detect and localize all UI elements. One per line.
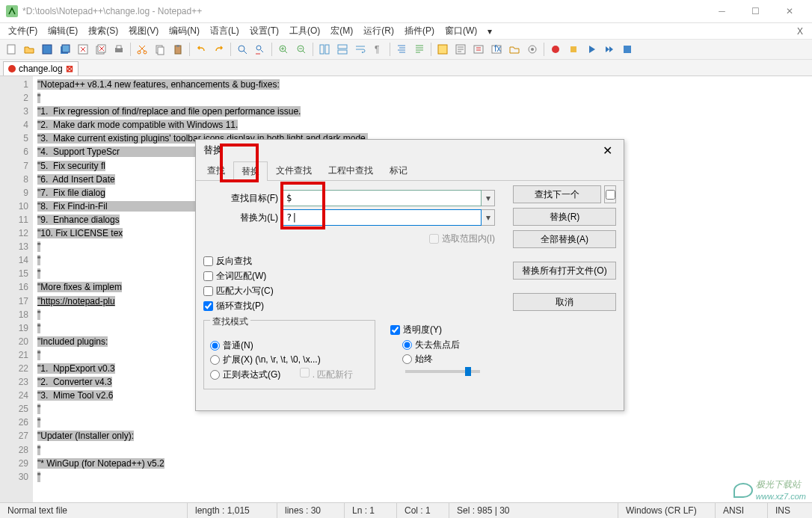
- cancel-button[interactable]: 取消: [513, 293, 616, 311]
- status-length: length : 1,015: [187, 503, 277, 518]
- menu-tools[interactable]: 工具(O): [285, 23, 325, 39]
- dtab-find[interactable]: 查找: [199, 161, 233, 180]
- mode-ext-radio[interactable]: [210, 355, 220, 365]
- menu-edit[interactable]: 编辑(E): [43, 23, 82, 39]
- sync-v-icon[interactable]: [316, 41, 333, 58]
- replace-input[interactable]: [283, 209, 482, 226]
- menu-encoding[interactable]: 编码(N): [164, 23, 204, 39]
- copy-icon[interactable]: [152, 41, 168, 58]
- watermark: 极光下载站 www.xz7.com: [733, 478, 806, 502]
- zoom-out-icon[interactable]: [293, 41, 310, 58]
- always-radio[interactable]: [402, 354, 412, 364]
- status-lines: lines : 30: [277, 503, 344, 518]
- dtab-mark[interactable]: 标记: [381, 161, 416, 180]
- wholeword-check[interactable]: [203, 271, 213, 281]
- modified-dot-icon: [8, 65, 16, 73]
- show-all-icon[interactable]: ¶: [370, 41, 387, 58]
- record-icon[interactable]: [547, 41, 564, 58]
- print-icon[interactable]: [111, 41, 127, 58]
- menu-bar: 文件(F) 编辑(E) 搜索(S) 视图(V) 编码(N) 语言(L) 设置(T…: [0, 22, 812, 39]
- dialog-title: 替换: [203, 144, 598, 157]
- replace-button[interactable]: 替换(R): [513, 208, 616, 226]
- zoom-in-icon[interactable]: [275, 41, 292, 58]
- func-list-icon[interactable]: fx: [488, 41, 505, 58]
- folder-ws-icon[interactable]: [506, 41, 523, 58]
- transparency-check[interactable]: [390, 325, 400, 335]
- maximize-button[interactable]: ☐: [739, 0, 772, 22]
- paste-icon[interactable]: [170, 41, 186, 58]
- svg-point-32: [552, 46, 559, 53]
- save-macro-icon[interactable]: [619, 41, 636, 58]
- close-button[interactable]: ✕: [772, 0, 806, 22]
- save-all-icon[interactable]: [57, 41, 73, 58]
- new-file-icon[interactable]: [3, 41, 19, 58]
- watermark-logo-icon: [733, 483, 753, 498]
- find-dropdown-icon[interactable]: ▾: [482, 190, 495, 206]
- menu-file[interactable]: 文件(F): [4, 23, 42, 39]
- menu-run[interactable]: 运行(R): [359, 23, 399, 39]
- dtab-findinproj[interactable]: 工程中查找: [320, 161, 381, 180]
- menu-overflow-icon[interactable]: ▾: [483, 25, 496, 38]
- dtab-replace[interactable]: 替换: [233, 161, 268, 181]
- eol-icon[interactable]: [411, 41, 428, 58]
- find-direction-check[interactable]: [604, 185, 616, 203]
- mode-regex-radio[interactable]: [210, 370, 220, 380]
- document-tab[interactable]: change.log ⊠: [3, 61, 79, 75]
- find-input[interactable]: [283, 190, 482, 206]
- transparency-slider[interactable]: [405, 370, 480, 373]
- wrap-check[interactable]: [203, 301, 213, 311]
- menu-window[interactable]: 窗口(W): [440, 23, 482, 39]
- status-ins: INS: [767, 503, 812, 518]
- dtab-findinfiles[interactable]: 文件查找: [268, 161, 320, 180]
- status-eol: Windows (CR LF): [618, 503, 715, 518]
- cut-icon[interactable]: [134, 41, 150, 58]
- find-next-button[interactable]: 查找下一个: [513, 185, 601, 203]
- svg-rect-22: [338, 45, 347, 49]
- undo-icon[interactable]: [193, 41, 209, 58]
- menu-view[interactable]: 视图(V): [124, 23, 163, 39]
- close-all-icon[interactable]: [93, 41, 109, 58]
- menu-search[interactable]: 搜索(S): [84, 23, 123, 39]
- monitor-icon[interactable]: [524, 41, 541, 58]
- backward-check[interactable]: [203, 256, 213, 266]
- onlose-radio[interactable]: [402, 340, 412, 350]
- menu-settings[interactable]: 设置(T): [245, 23, 283, 39]
- redo-icon[interactable]: [211, 41, 227, 58]
- play-icon[interactable]: [583, 41, 600, 58]
- matchnl-check: [300, 368, 310, 377]
- dialog-titlebar[interactable]: 替换 ✕: [196, 140, 624, 161]
- search-mode-group: 查找模式 普通(N) 扩展(X) (\n, \r, \t, \0, \x...)…: [203, 320, 375, 389]
- minimize-button[interactable]: ─: [705, 0, 739, 22]
- replace-dropdown-icon[interactable]: ▾: [482, 209, 495, 226]
- open-file-icon[interactable]: [21, 41, 37, 58]
- mode-normal-radio[interactable]: [210, 341, 220, 351]
- tab-close-icon[interactable]: ⊠: [66, 64, 73, 74]
- matchcase-check[interactable]: [203, 286, 213, 296]
- save-icon[interactable]: [39, 41, 55, 58]
- menu-plugins[interactable]: 插件(P): [400, 23, 439, 39]
- replace-icon[interactable]: [252, 41, 268, 58]
- replace-open-button[interactable]: 替换所有打开文件(O): [513, 262, 616, 280]
- svg-point-16: [239, 46, 244, 52]
- doc-map-icon[interactable]: [452, 41, 469, 58]
- sync-h-icon[interactable]: [334, 41, 351, 58]
- status-sel: Sel : 985 | 30: [449, 503, 618, 518]
- close-file-icon[interactable]: [75, 41, 91, 58]
- dialog-close-icon[interactable]: ✕: [598, 144, 616, 158]
- play-multi-icon[interactable]: [601, 41, 618, 58]
- watermark-url: www.xz7.com: [756, 492, 806, 501]
- svg-rect-21: [325, 45, 329, 54]
- stop-icon[interactable]: [565, 41, 582, 58]
- indent-guide-icon[interactable]: [393, 41, 410, 58]
- svg-rect-34: [624, 46, 631, 53]
- status-col: Col : 1: [396, 503, 449, 518]
- wrap-icon[interactable]: [352, 41, 369, 58]
- svg-text:fx: fx: [494, 43, 501, 54]
- doc-list-icon[interactable]: [470, 41, 487, 58]
- menu-language[interactable]: 语言(L): [206, 23, 244, 39]
- tab-close-x[interactable]: X: [791, 26, 809, 37]
- replace-all-button[interactable]: 全部替换(A): [513, 230, 616, 248]
- userdef-icon[interactable]: [434, 41, 451, 58]
- find-icon[interactable]: [234, 41, 250, 58]
- menu-macro[interactable]: 宏(M): [326, 23, 357, 39]
